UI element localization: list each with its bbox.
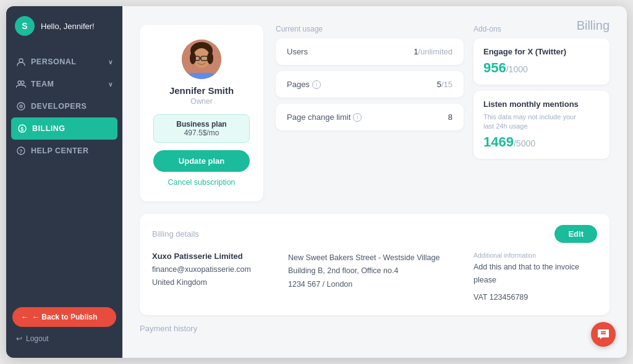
pages-value: 5/15 [437,80,452,89]
billing-country: United Kingdom [152,276,276,289]
svg-text:$: $ [20,126,24,132]
addon-card-twitter: Engage for X (Twitter) 956/1000 [474,38,610,85]
svg-rect-19 [189,73,214,79]
addon-twitter-count: 956/1000 [483,60,600,76]
usage-card-page-change: Page change limit i 8 [276,104,464,130]
addon-listen-title: Listen monthly mentions [483,99,600,109]
additional-info-label: Additional information [474,252,597,259]
billing-col-address: New Sweet Bakers Street - Westside Villa… [288,252,461,304]
svg-point-18 [207,52,213,64]
team-icon [16,79,26,89]
profile-role: Owner [190,97,212,106]
addon-listen-count: 1469/5000 [483,134,600,150]
personal-icon [16,57,26,67]
personal-label: PERSONAL [31,57,76,66]
pages-label: Pages i [287,80,321,89]
sidebar-nav: PERSONAL ∨ TEAM ∨ DEVELOPERS [6,46,122,302]
users-value: 1/unlimited [414,47,452,56]
usage-card-users: Users 1/unlimited [276,38,464,65]
team-chevron: ∨ [108,81,113,88]
personal-chevron: ∨ [108,59,113,66]
page-change-info-icon[interactable]: i [353,113,362,122]
plan-name: Business plan [164,120,239,129]
developers-label: DEVELOPERS [31,102,87,111]
plan-badge: Business plan 497.5$/mo [153,114,250,143]
addon-listen-subtitle: This data may not include your last 24h … [483,112,600,132]
page-title: Billing [577,19,610,33]
profile-card: Jennifer Smith Owner Business plan 497.5… [140,25,263,201]
help-icon: ? [16,146,26,156]
current-usage-label: Current usage [276,25,464,33]
svg-text:?: ? [19,148,23,154]
pages-info-icon[interactable]: i [312,80,321,89]
back-to-publish-button[interactable]: ← ← Back to Publish [12,307,116,327]
right-section: Current usage Users 1/unlimited Pages i [276,25,610,201]
sidebar-greeting: Hello, Jennifer! [41,22,95,31]
svg-point-17 [190,52,196,64]
billing-details-grid: Xuxo Patisserie Limited finance@xuxopati… [152,252,597,304]
edit-button[interactable]: Edit [554,225,597,243]
billing-address2: Building B, 2nd floor, Office no.4 [288,265,461,277]
sidebar: S Hello, Jennifer! PERSONAL ∨ TEAM ∨ [6,6,122,358]
usage-section: Current usage Users 1/unlimited Pages i [276,25,464,201]
team-label: TEAM [31,80,54,88]
sidebar-item-help[interactable]: ? HELP CENTER [6,140,122,162]
sidebar-footer: ← ← Back to Publish ↩ Logout [6,302,122,350]
svg-point-0 [19,59,23,62]
page-change-value: 8 [448,112,452,122]
logout-button[interactable]: ↩ Logout [12,332,116,345]
avatar [182,40,221,79]
sidebar-item-personal[interactable]: PERSONAL ∨ [6,51,122,73]
top-section: Jennifer Smith Owner Business plan 497.5… [140,25,610,201]
svg-point-1 [18,81,21,84]
sidebar-item-developers[interactable]: DEVELOPERS [6,95,122,117]
cancel-subscription-link[interactable]: Cancel subscription [168,178,235,187]
svg-point-3 [17,103,25,110]
billing-details-header: Billing details Edit [152,225,597,243]
billing-col-company: Xuxo Patisserie Limited finance@xuxopati… [152,252,276,304]
back-btn-label: ← Back to Publish [32,313,97,321]
vat-number: VAT 123456789 [474,291,597,304]
sidebar-item-billing[interactable]: $ BILLING [11,117,117,140]
plan-price: 497.5$/mo [164,129,239,137]
payment-history-label: Payment history [140,324,610,333]
users-label: Users [287,47,308,56]
help-label: HELP CENTER [31,146,88,155]
profile-name: Jennifer Smith [169,85,234,96]
addons-section: Add-ons Engage for X (Twitter) 956/1000 … [474,25,610,201]
logout-label: Logout [26,334,49,343]
svg-point-4 [20,105,22,108]
addon-card-listen: Listen monthly mentions This data may no… [474,91,610,159]
addon-twitter-title: Engage for X (Twitter) [483,47,600,56]
sidebar-item-team[interactable]: TEAM ∨ [6,73,122,95]
billing-company-name: Xuxo Patisserie Limited [152,252,276,261]
billing-col-additional: Additional information Add this and that… [474,252,597,304]
page-change-label: Page change limit i [287,112,362,122]
logout-icon: ↩ [16,334,22,343]
developers-icon [16,101,26,111]
chat-bubble-button[interactable] [591,322,616,347]
avatar-image [182,40,221,79]
billing-address3: 1234 567 / London [288,278,461,291]
billing-details-section: Billing details Edit Xuxo Patisserie Lim… [140,214,610,315]
main-content: Billing [122,6,627,358]
billing-email: finance@xuxopatisserie.com [152,263,276,276]
sidebar-header: S Hello, Jennifer! [6,6,122,46]
billing-label: BILLING [32,124,66,133]
update-plan-button[interactable]: Update plan [153,150,250,172]
additional-info-text: Add this and that to the invoice please [474,261,597,287]
back-arrow-icon: ← [21,313,28,321]
billing-address1: New Sweet Bakers Street - Westside Villa… [288,252,461,265]
billing-icon: $ [17,124,27,133]
usage-card-pages: Pages i 5/15 [276,71,464,98]
sidebar-logo: S [15,16,35,36]
billing-details-title: Billing details [152,229,199,239]
svg-point-2 [21,81,24,84]
